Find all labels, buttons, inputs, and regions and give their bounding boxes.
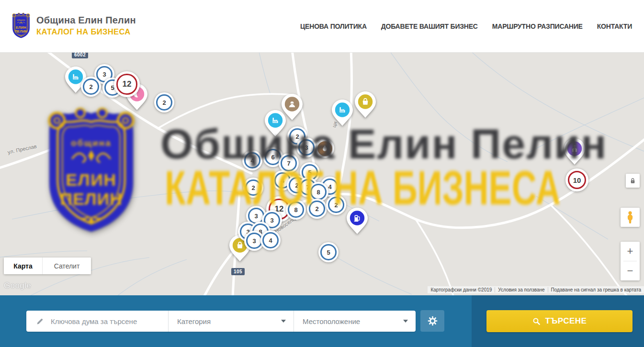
- cluster-marker[interactable]: 2: [154, 92, 174, 112]
- cluster-marker[interactable]: 10: [565, 168, 588, 191]
- flame-icon: [320, 144, 329, 153]
- cluster-marker[interactable]: 4: [242, 150, 262, 170]
- nav-item-add-business[interactable]: ДОБАВЕТЕ ВАШИЯТ БИЗНЕС: [381, 22, 478, 30]
- search-button-label: ТЪРСЕНЕ: [545, 316, 587, 326]
- site-subtitle: КАТАЛОГ НА БИЗНЕСА: [36, 27, 136, 36]
- search-icon: [532, 317, 541, 325]
- search-fields-group: Категория Местоположение: [26, 311, 416, 332]
- factory-pin-marker[interactable]: [331, 99, 353, 126]
- keyword-field[interactable]: [26, 311, 168, 332]
- map-canvas[interactable]: 6002105ул. Преславбул. „Новоселци“ци 325…: [0, 53, 644, 295]
- chevron-down-icon: [403, 320, 408, 323]
- cluster-marker[interactable]: 2: [326, 195, 346, 215]
- map-attribution: Картографски данни ©2019 Условия за полз…: [428, 286, 644, 293]
- pegman-icon: [626, 211, 634, 224]
- attribution-copyright: Картографски данни ©2019: [428, 287, 495, 292]
- main-nav: ЦЕНОВА ПОЛИТИКАДОБАВЕТЕ ВАШИЯТ БИЗНЕСМАР…: [300, 0, 632, 52]
- category-select[interactable]: Категория: [168, 311, 294, 332]
- nav-item-bus-schedule[interactable]: МАРШРУТНО РАЗПИСАНИЕ: [492, 22, 583, 30]
- page: Община Елин Пелин КАТАЛОГ НА БИЗНЕСА ЦЕН…: [0, 0, 644, 347]
- location-select[interactable]: Местоположение: [294, 311, 416, 332]
- cluster-marker[interactable]: 8: [286, 200, 306, 220]
- fuel-pin-marker[interactable]: [346, 207, 368, 235]
- report-error-link[interactable]: Подаване на сигнал за грешка в картата: [548, 287, 644, 292]
- maptype-satellite-button[interactable]: Сателит: [42, 257, 91, 274]
- maptype-map-button[interactable]: Карта: [4, 257, 42, 274]
- cluster-marker[interactable]: 4: [260, 230, 281, 250]
- street-view-pegman-button[interactable]: [621, 208, 640, 227]
- lock-button[interactable]: [626, 174, 640, 188]
- terms-link[interactable]: Условия за ползване: [495, 287, 547, 292]
- search-bar: Категория Местоположение ТЪРСЕНЕ: [0, 295, 644, 347]
- search-keyword-input[interactable]: [50, 317, 168, 326]
- lock-icon: [629, 177, 636, 184]
- cluster-marker[interactable]: 12: [114, 71, 140, 97]
- church-pin-marker[interactable]: [564, 138, 586, 165]
- site-header: Община Елин Пелин КАТАЛОГ НА БИЗНЕСА ЦЕН…: [0, 0, 644, 53]
- google-logo[interactable]: Google: [4, 281, 31, 291]
- brand-logo[interactable]: Община Елин Пелин КАТАЛОГ НА БИЗНЕСА: [11, 11, 136, 40]
- municipality-crest-icon: [11, 11, 32, 40]
- zoom-control: + −: [621, 242, 640, 280]
- cluster-marker[interactable]: 2: [243, 178, 263, 198]
- site-title: Община Елин Пелин: [36, 15, 136, 26]
- pencil-icon: [36, 317, 44, 325]
- cluster-marker[interactable]: 5: [318, 242, 339, 262]
- chevron-down-icon: [281, 320, 286, 323]
- bag-pin-marker[interactable]: [354, 91, 376, 118]
- location-select-label: Местоположение: [303, 317, 360, 325]
- flame-circle-marker[interactable]: [315, 139, 334, 158]
- cluster-marker[interactable]: 2: [81, 77, 101, 97]
- cluster-marker[interactable]: 2: [307, 199, 327, 219]
- worker-pin-marker[interactable]: [281, 93, 303, 121]
- gear-icon: [428, 316, 438, 326]
- nav-item-pricing[interactable]: ЦЕНОВА ПОЛИТИКА: [300, 22, 367, 30]
- brand-text: Община Елин Пелин КАТАЛОГ НА БИЗНЕСА: [36, 15, 136, 36]
- advanced-settings-button[interactable]: [420, 310, 444, 332]
- category-select-label: Категория: [177, 317, 211, 325]
- markers-layer: 32512223647542748212822333834510: [0, 53, 644, 295]
- zoom-out-button[interactable]: −: [621, 261, 640, 280]
- nav-item-contacts[interactable]: КОНТАКТИ: [597, 22, 632, 30]
- cluster-marker[interactable]: 3: [296, 137, 316, 157]
- search-submit-button[interactable]: ТЪРСЕНЕ: [486, 310, 633, 332]
- map-type-control: Карта Сателит: [4, 257, 91, 274]
- zoom-in-button[interactable]: +: [621, 242, 640, 261]
